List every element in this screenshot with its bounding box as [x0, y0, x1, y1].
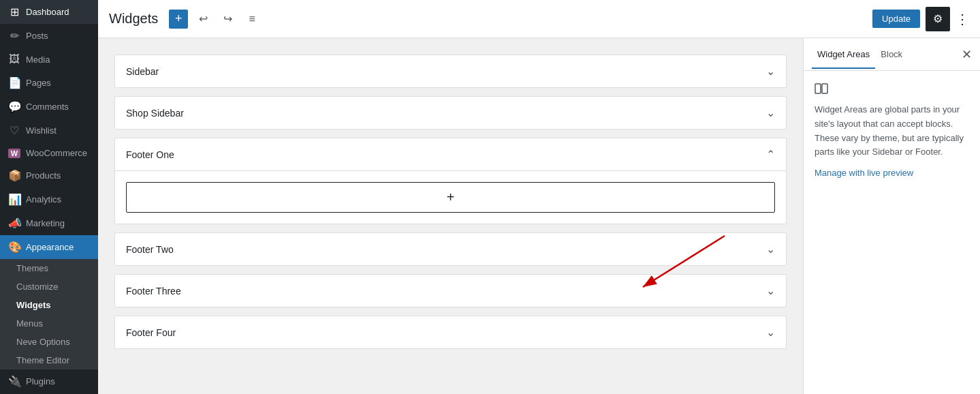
tab-widget-areas[interactable]: Widget Areas	[812, 41, 875, 69]
footer-three-chevron-down-icon: ⌄	[766, 284, 775, 297]
manage-live-preview-link[interactable]: Manage with live preview	[815, 168, 969, 178]
list-icon: ≡	[249, 13, 255, 25]
add-block-plus-icon: +	[447, 190, 455, 205]
undo-icon: ↩	[199, 12, 208, 25]
update-button[interactable]: Update	[872, 10, 920, 28]
redo-button[interactable]: ↪	[218, 10, 237, 29]
widget-area-sidebar: Sidebar ⌄	[114, 55, 787, 88]
widget-area-footer-three: Footer Three ⌄	[114, 274, 787, 307]
widget-area-footer-one-label: Footer One	[126, 149, 174, 160]
right-panel-header: Widget Areas Block ✕	[804, 38, 980, 71]
analytics-icon: 📊	[8, 193, 20, 206]
sidebar-item-wishlist[interactable]: ♡ Wishlist	[0, 119, 98, 142]
widget-area-sidebar-header[interactable]: Sidebar ⌄	[115, 55, 786, 87]
widget-area-sidebar-label: Sidebar	[126, 66, 159, 77]
widget-areas-icon	[815, 82, 969, 97]
panel-close-button[interactable]: ✕	[962, 47, 972, 62]
widget-area-shop-sidebar-header[interactable]: Shop Sidebar ⌄	[115, 97, 786, 129]
sidebar-item-customize[interactable]: Customize	[0, 277, 98, 296]
sidebar-item-analytics[interactable]: 📊 Analytics	[0, 187, 98, 211]
widget-area-footer-three-label: Footer Three	[126, 286, 181, 297]
sidebar-item-appearance[interactable]: 🎨 Appearance	[0, 235, 98, 259]
sidebar-item-neve-options[interactable]: Neve Options	[0, 333, 98, 351]
sidebar-item-dashboard[interactable]: ⊞ Dashboard	[0, 0, 98, 24]
sidebar-item-plugins[interactable]: 🔌 Plugins	[0, 369, 98, 393]
posts-icon: ✏	[8, 29, 20, 42]
widget-area-footer-four-header[interactable]: Footer Four ⌄	[115, 316, 786, 348]
right-panel: Widget Areas Block ✕ Widget Areas are gl…	[803, 38, 980, 394]
comments-icon: 💬	[8, 100, 20, 113]
shop-sidebar-chevron-down-icon: ⌄	[766, 106, 775, 119]
widget-content-wrapper: Sidebar ⌄ Shop Sidebar ⌄ Footer One ⌃	[98, 38, 803, 394]
wishlist-icon: ♡	[8, 124, 20, 137]
settings-button[interactable]: ⚙	[926, 7, 950, 31]
svg-rect-2	[815, 84, 821, 93]
list-view-button[interactable]: ≡	[242, 10, 262, 29]
undo-button[interactable]: ↩	[193, 10, 212, 29]
add-widget-button[interactable]: +	[169, 10, 188, 29]
sidebar-item-marketing[interactable]: 📣 Marketing	[0, 211, 98, 235]
footer-one-chevron-up-icon: ⌃	[766, 148, 775, 161]
main-area: Widgets + ↩ ↪ ≡ Update ⚙ ⋮	[98, 0, 980, 394]
more-icon: ⋮	[955, 11, 969, 27]
page-title: Widgets	[109, 11, 158, 27]
more-options-button[interactable]: ⋮	[955, 11, 969, 27]
widget-list: Sidebar ⌄ Shop Sidebar ⌄ Footer One ⌃	[98, 38, 803, 394]
sidebar-item-pages[interactable]: 📄 Pages	[0, 71, 98, 95]
sidebar: ⊞ Dashboard ✏ Posts 🖼 Media 📄 Pages 💬 Co…	[0, 0, 98, 394]
footer-two-chevron-down-icon: ⌄	[766, 243, 775, 256]
topbar: Widgets + ↩ ↪ ≡ Update ⚙ ⋮	[98, 0, 980, 38]
content-area: Sidebar ⌄ Shop Sidebar ⌄ Footer One ⌃	[98, 38, 980, 394]
widget-area-footer-one-header[interactable]: Footer One ⌃	[115, 138, 786, 170]
sidebar-item-media[interactable]: 🖼 Media	[0, 48, 98, 71]
footer-four-chevron-down-icon: ⌄	[766, 326, 775, 339]
close-icon: ✕	[962, 48, 972, 61]
media-icon: 🖼	[8, 53, 20, 65]
sidebar-item-products[interactable]: 📦 Products	[0, 164, 98, 187]
sidebar-item-comments[interactable]: 💬 Comments	[0, 95, 98, 119]
redo-icon: ↪	[223, 12, 232, 25]
widget-area-shop-sidebar-label: Shop Sidebar	[126, 108, 184, 119]
tab-block[interactable]: Block	[875, 41, 908, 69]
widget-area-footer-four: Footer Four ⌄	[114, 316, 787, 349]
sidebar-item-theme-editor[interactable]: Theme Editor	[0, 351, 98, 369]
marketing-icon: 📣	[8, 217, 20, 230]
widget-area-shop-sidebar: Shop Sidebar ⌄	[114, 96, 787, 130]
plus-icon: +	[175, 12, 183, 26]
widget-area-footer-one-body: +	[115, 170, 786, 224]
sidebar-item-woocommerce[interactable]: W WooCommerce	[0, 142, 98, 164]
sidebar-item-posts[interactable]: ✏ Posts	[0, 24, 98, 48]
widget-area-footer-two: Footer Two ⌄	[114, 232, 787, 266]
widget-area-footer-two-label: Footer Two	[126, 244, 174, 255]
sidebar-item-themes[interactable]: Themes	[0, 259, 98, 277]
widget-area-footer-three-header[interactable]: Footer Three ⌄	[115, 275, 786, 307]
woocommerce-icon: W	[8, 149, 20, 158]
sidebar-item-widgets[interactable]: Widgets	[0, 296, 98, 314]
plugins-icon: 🔌	[8, 375, 20, 388]
gear-icon: ⚙	[933, 12, 943, 25]
widget-area-footer-four-label: Footer Four	[126, 327, 176, 338]
panel-description: Widget Areas are global parts in your si…	[815, 103, 969, 160]
svg-rect-3	[822, 84, 827, 93]
right-panel-body: Widget Areas are global parts in your si…	[804, 71, 980, 394]
appearance-icon: 🎨	[8, 241, 20, 254]
widget-area-footer-two-header[interactable]: Footer Two ⌄	[115, 233, 786, 265]
appearance-submenu: Themes Customize Widgets Menus Neve Opti…	[0, 259, 98, 369]
sidebar-item-menus[interactable]: Menus	[0, 314, 98, 333]
widget-area-footer-one: Footer One ⌃ +	[114, 138, 787, 224]
pages-icon: 📄	[8, 76, 20, 89]
sidebar-chevron-down-icon: ⌄	[766, 65, 775, 78]
add-block-button[interactable]: +	[126, 182, 775, 213]
products-icon: 📦	[8, 169, 20, 182]
dashboard-icon: ⊞	[8, 5, 20, 18]
